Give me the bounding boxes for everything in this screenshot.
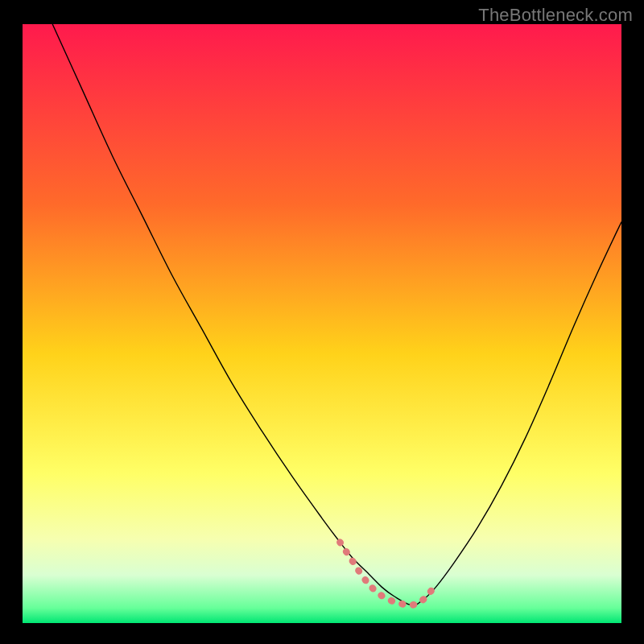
watermark-text: TheBottleneck.com — [478, 5, 633, 26]
gradient-background — [23, 24, 621, 623]
chart-svg — [23, 24, 621, 623]
plot-area — [23, 24, 621, 623]
chart-frame: TheBottleneck.com — [0, 0, 644, 644]
